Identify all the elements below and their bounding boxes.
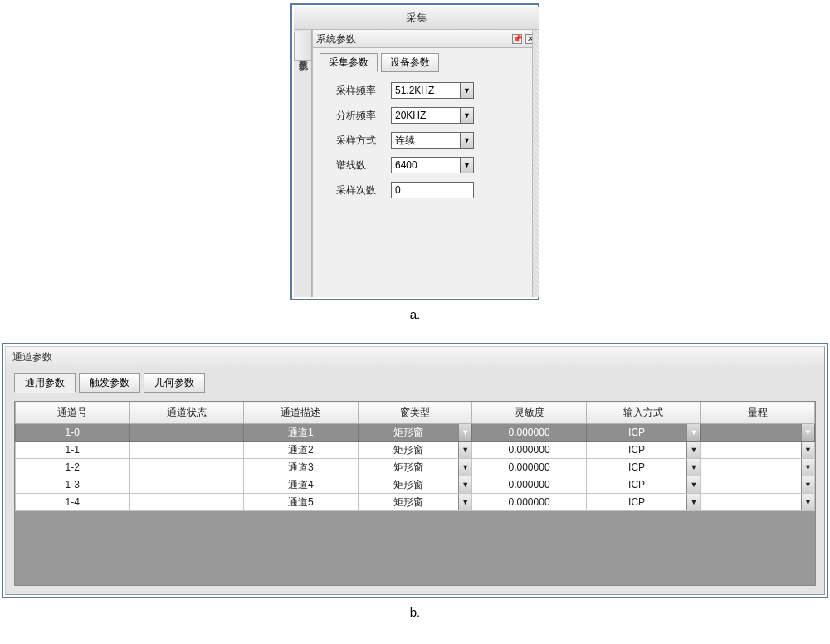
cell-sens[interactable]: 0.000000 bbox=[472, 494, 587, 511]
channel-tab-row: 通用参数 触发参数 几何参数 bbox=[6, 368, 824, 393]
caption-b: b. bbox=[2, 605, 828, 619]
cell-range[interactable]: ▼ bbox=[701, 476, 815, 494]
cell-text: ICP bbox=[587, 494, 687, 510]
col-ch-state[interactable]: 通道状态 bbox=[129, 402, 244, 424]
chevron-down-icon[interactable]: ▼ bbox=[801, 494, 814, 510]
analysis-freq-input[interactable] bbox=[391, 107, 461, 124]
sample-freq-combo[interactable]: ▼ bbox=[391, 82, 474, 99]
side-tab-status[interactable]: 状态设置 bbox=[294, 32, 311, 46]
chevron-down-icon[interactable]: ▼ bbox=[686, 459, 700, 476]
table-row[interactable]: 1-1通道2矩形窗▼0.000000ICP▼▼ bbox=[16, 442, 815, 459]
cell-win-type[interactable]: 矩形窗▼ bbox=[358, 442, 472, 459]
caption-a: a. bbox=[2, 307, 828, 321]
tab-trigger-params[interactable]: 触发参数 bbox=[79, 373, 140, 393]
cell-in-mode[interactable]: ICP▼ bbox=[586, 476, 701, 494]
cell-in-mode[interactable]: ICP▼ bbox=[586, 442, 701, 459]
analysis-freq-combo[interactable]: ▼ bbox=[391, 107, 474, 124]
col-win-type[interactable]: 窗类型 bbox=[358, 402, 472, 424]
tab-device-params[interactable]: 设备参数 bbox=[381, 53, 439, 72]
col-ch-desc[interactable]: 通道描述 bbox=[244, 402, 359, 424]
col-sens[interactable]: 灵敏度 bbox=[472, 402, 587, 424]
cell-text: 矩形窗 bbox=[359, 442, 459, 458]
cell-ch-no[interactable]: 1-1 bbox=[16, 442, 130, 459]
channel-grid-container: 通道号通道状态通道描述窗类型灵敏度输入方式量程 1-0通道1矩形窗▼0.0000… bbox=[14, 401, 816, 586]
cell-text: ICP bbox=[587, 442, 687, 458]
pin-icon[interactable]: 📌 bbox=[512, 34, 522, 44]
side-tab-strip: 状态设置 系统参数 bbox=[294, 30, 312, 297]
table-row[interactable]: 1-2通道3矩形窗▼0.000000ICP▼▼ bbox=[16, 459, 815, 476]
spectral-lines-input[interactable] bbox=[391, 157, 461, 173]
chevron-down-icon[interactable]: ▼ bbox=[461, 132, 474, 149]
cell-win-type[interactable]: 矩形窗▼ bbox=[358, 424, 472, 442]
field-label: 采样频率 bbox=[336, 84, 383, 98]
chevron-down-icon[interactable]: ▼ bbox=[461, 157, 474, 173]
tab-general-params[interactable]: 通用参数 bbox=[14, 373, 76, 393]
chevron-down-icon[interactable]: ▼ bbox=[801, 442, 814, 458]
cell-text: 0.000000 bbox=[472, 442, 586, 458]
sample-mode-input[interactable] bbox=[391, 132, 461, 149]
cell-ch-state[interactable] bbox=[129, 476, 244, 494]
cell-in-mode[interactable]: ICP▼ bbox=[586, 459, 701, 476]
cell-text bbox=[701, 476, 801, 493]
cell-in-mode[interactable]: ICP▼ bbox=[586, 494, 701, 511]
cell-ch-desc[interactable]: 通道1 bbox=[244, 424, 359, 442]
cell-win-type[interactable]: 矩形窗▼ bbox=[358, 476, 472, 494]
cell-win-type[interactable]: 矩形窗▼ bbox=[358, 494, 472, 511]
cell-text: 通道2 bbox=[244, 442, 358, 458]
cell-sens[interactable]: 0.000000 bbox=[472, 459, 587, 476]
cell-sens[interactable]: 0.000000 bbox=[472, 424, 587, 442]
chevron-down-icon[interactable]: ▼ bbox=[461, 82, 474, 99]
table-row[interactable]: 1-0通道1矩形窗▼0.000000ICP▼▼ bbox=[16, 424, 815, 442]
cell-range[interactable]: ▼ bbox=[701, 424, 815, 442]
cell-text: 1-0 bbox=[16, 424, 129, 441]
cell-win-type[interactable]: 矩形窗▼ bbox=[358, 459, 472, 476]
chevron-down-icon[interactable]: ▼ bbox=[686, 494, 700, 510]
cell-range[interactable]: ▼ bbox=[701, 459, 815, 476]
tab-collect-params[interactable]: 采集参数 bbox=[320, 53, 378, 72]
chevron-down-icon[interactable]: ▼ bbox=[686, 476, 700, 493]
scrollbar-groove[interactable] bbox=[532, 30, 539, 297]
spectral-lines-combo[interactable]: ▼ bbox=[391, 157, 474, 173]
chevron-down-icon[interactable]: ▼ bbox=[458, 459, 471, 476]
cell-ch-state[interactable] bbox=[129, 494, 244, 511]
col-range[interactable]: 量程 bbox=[701, 402, 815, 424]
cell-ch-desc[interactable]: 通道3 bbox=[244, 459, 359, 476]
channel-grid[interactable]: 通道号通道状态通道描述窗类型灵敏度输入方式量程 1-0通道1矩形窗▼0.0000… bbox=[15, 402, 815, 511]
sample-mode-combo[interactable]: ▼ bbox=[391, 132, 474, 149]
table-row[interactable]: 1-4通道5矩形窗▼0.000000ICP▼▼ bbox=[16, 494, 815, 511]
chevron-down-icon[interactable]: ▼ bbox=[458, 476, 471, 493]
cell-text: ICP bbox=[587, 476, 687, 493]
cell-ch-state[interactable] bbox=[129, 459, 244, 476]
cell-range[interactable]: ▼ bbox=[701, 494, 815, 511]
chevron-down-icon[interactable]: ▼ bbox=[458, 442, 471, 458]
cell-ch-state[interactable] bbox=[129, 442, 244, 459]
cell-ch-desc[interactable]: 通道4 bbox=[244, 476, 359, 494]
cell-text: 矩形窗 bbox=[359, 494, 459, 510]
cell-ch-no[interactable]: 1-2 bbox=[16, 459, 130, 476]
side-tab-system[interactable]: 系统参数 bbox=[294, 46, 311, 61]
cell-ch-state[interactable] bbox=[129, 424, 244, 442]
cell-ch-desc[interactable]: 通道2 bbox=[244, 442, 359, 459]
sample-freq-input[interactable] bbox=[391, 82, 461, 99]
cell-in-mode[interactable]: ICP▼ bbox=[586, 424, 701, 442]
chevron-down-icon[interactable]: ▼ bbox=[801, 424, 814, 441]
cell-sens[interactable]: 0.000000 bbox=[472, 476, 587, 494]
cell-sens[interactable]: 0.000000 bbox=[472, 442, 587, 459]
tab-geometry-params[interactable]: 几何参数 bbox=[144, 373, 205, 393]
cell-ch-no[interactable]: 1-3 bbox=[16, 476, 130, 494]
col-in-mode[interactable]: 输入方式 bbox=[586, 402, 701, 424]
chevron-down-icon[interactable]: ▼ bbox=[458, 494, 471, 510]
chevron-down-icon[interactable]: ▼ bbox=[801, 476, 814, 493]
chevron-down-icon[interactable]: ▼ bbox=[458, 424, 471, 441]
table-row[interactable]: 1-3通道4矩形窗▼0.000000ICP▼▼ bbox=[16, 476, 815, 494]
chevron-down-icon[interactable]: ▼ bbox=[461, 107, 474, 124]
chevron-down-icon[interactable]: ▼ bbox=[686, 424, 700, 441]
cell-range[interactable]: ▼ bbox=[701, 442, 815, 459]
chevron-down-icon[interactable]: ▼ bbox=[686, 442, 700, 458]
cell-ch-no[interactable]: 1-4 bbox=[16, 494, 130, 511]
sample-count-input[interactable] bbox=[391, 182, 474, 198]
cell-ch-desc[interactable]: 通道5 bbox=[244, 494, 359, 511]
cell-ch-no[interactable]: 1-0 bbox=[16, 424, 130, 442]
col-ch-no[interactable]: 通道号 bbox=[16, 402, 130, 424]
chevron-down-icon[interactable]: ▼ bbox=[801, 459, 814, 476]
